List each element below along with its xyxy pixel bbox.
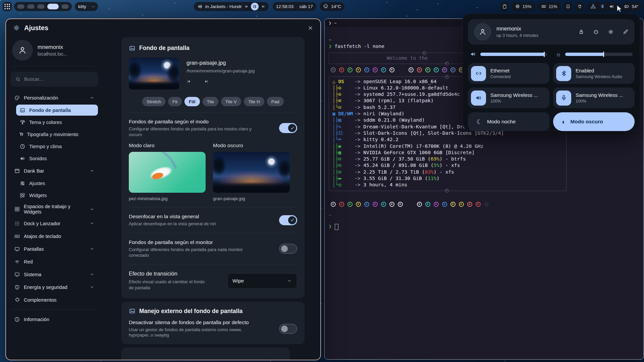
weather-widget[interactable]: 14°C [320, 2, 344, 11]
previous-track-icon[interactable] [244, 4, 249, 9]
sidebar-item-pantallas[interactable]: Pantallas [11, 243, 98, 255]
power-profile-button[interactable] [575, 2, 584, 11]
sidebar-item-atajos-de-teclado[interactable]: Atajos de teclado [11, 230, 98, 242]
volume-slider[interactable] [470, 51, 547, 57]
cc-tile-samsung-wireless[interactable]: Samsung Wireless ... 100% [553, 87, 635, 108]
sidebar-item-tema-y-colores[interactable]: Tema y colores [16, 117, 98, 128]
sidebar-item-label: Complementos [24, 297, 57, 303]
network-icon[interactable] [590, 4, 596, 9]
sidebar-item-informacion[interactable]: Información [11, 313, 98, 325]
plug-icon [577, 4, 583, 9]
close-icon [307, 25, 314, 31]
sidebar-item-ajustes[interactable]: Ajustes [16, 178, 98, 189]
sidebar-item-fondo-de-pantalla[interactable]: Fondo de pantalla [16, 105, 98, 116]
pencil-icon[interactable] [623, 29, 629, 35]
divider [11, 309, 97, 310]
chevron-down-icon [287, 278, 292, 284]
image-icon [19, 107, 25, 113]
gear-icon[interactable] [608, 29, 614, 35]
clock-widget[interactable]: 12:58:03 · sáb 17 [273, 2, 316, 11]
fit-option-tile-h[interactable]: Tile H [244, 97, 264, 106]
per-mode-toggle[interactable] [279, 123, 297, 133]
terminal-color-dot [389, 67, 394, 72]
lock-icon[interactable] [578, 29, 584, 35]
sidebar-item-sistema[interactable]: Sistema [11, 268, 98, 280]
sidebar-item-personalizacion[interactable]: Personalización [11, 92, 98, 104]
terminal-color-dot [442, 67, 447, 72]
next-track-icon[interactable] [261, 4, 265, 9]
current-wallpaper-thumbnail[interactable] [129, 58, 179, 89]
fit-option-tile[interactable]: Tile [203, 97, 218, 106]
fit-option-tile-v[interactable]: Tile V [221, 97, 241, 106]
sidebar-item-red[interactable]: Red [11, 256, 98, 267]
clipboard-button[interactable] [500, 2, 509, 11]
cpu-usage: 15% [523, 4, 532, 9]
transition-select[interactable]: Wipe [227, 273, 297, 289]
sidebar-item-sonidos[interactable]: Sonidos [16, 153, 98, 164]
dark-wallpaper-thumbnail[interactable] [213, 152, 290, 193]
next-wallpaper-icon[interactable] [204, 79, 209, 84]
focused-window-pill[interactable]: kitty · ~ [75, 2, 98, 11]
sidebar-item-complementos[interactable]: Complementos [11, 294, 98, 306]
terminal-prompt[interactable]: ❯ [329, 223, 639, 230]
sidebar-item-dank-bar[interactable]: Dank Bar [11, 165, 98, 177]
fit-option-pad[interactable]: Pad [267, 97, 284, 106]
cc-tile-enabled[interactable]: Enabled Samsung Wireless Audio [553, 63, 635, 84]
workspace-pill-5[interactable] [61, 4, 69, 9]
sidebar-item-tiempo-y-clima[interactable]: Tiempo y clima [16, 141, 98, 152]
sidebar-item-label: Personalización [24, 95, 58, 101]
cc-tile-samsung-wireless[interactable]: Samsung Wireless ... 100% [468, 87, 549, 108]
cc-tile-ethernet[interactable]: Ethernet Connected [468, 63, 549, 84]
terminal-color-dot [425, 67, 430, 72]
sidebar-item-tipografia-y-movimiento[interactable]: TrTipografia y movimiento [16, 129, 98, 140]
pause-button[interactable] [251, 3, 259, 10]
app-launcher-button[interactable] [3, 2, 12, 11]
card-title: Manejo externo del fondo de pantalla [139, 308, 243, 315]
fit-option-stretch[interactable]: Stretch [142, 97, 165, 106]
cpu-widget[interactable]: 15% [512, 2, 535, 11]
cc-mode-modo-oscuro[interactable]: ◐ Modo oscuro [553, 112, 635, 131]
workspace-pill-4[interactable] [47, 4, 59, 9]
divider [129, 112, 297, 113]
close-button[interactable] [307, 25, 314, 31]
cc-user-card: mnemonix up 3 hours, 4 minutes [468, 19, 635, 45]
disable-default-toggle[interactable] [279, 324, 297, 334]
sidebar-item-dock-y-lanzador[interactable]: Dock y Lanzador [11, 218, 98, 229]
power-icon[interactable] [593, 29, 599, 35]
mode-label: Modo oscuro [570, 119, 603, 125]
workspace-pill-1[interactable] [17, 4, 24, 9]
sidebar-nav: PersonalizaciónFondo de pantallaTema y c… [11, 92, 98, 360]
bluetooth-icon[interactable] [600, 4, 605, 9]
light-wallpaper-thumbnail[interactable] [129, 152, 206, 193]
terminal-color-dot [364, 202, 369, 207]
brightness-slider[interactable]: ☼ [556, 51, 633, 57]
system-tray[interactable] [587, 2, 618, 11]
terminal-color-dot [373, 67, 378, 72]
memory-widget[interactable]: 11% [538, 2, 561, 11]
workspace-switcher[interactable] [14, 2, 72, 11]
window-icon [14, 168, 20, 174]
search-input[interactable]: Buscar... [11, 72, 98, 86]
monitor-icon [14, 246, 20, 252]
widgets-icon [19, 192, 25, 198]
mode-label: Modo noche [487, 119, 516, 125]
speaker-icon [470, 51, 476, 57]
per-monitor-toggle[interactable] [279, 244, 297, 254]
fit-option-fit[interactable]: Fit [168, 97, 182, 106]
previous-wallpaper-icon[interactable] [186, 79, 191, 84]
sidebar-item-energia-y-seguridad[interactable]: Energía y seguridad [11, 281, 98, 293]
blur-toggle[interactable] [279, 215, 297, 225]
sidebar-item-espacios-de-trabajo-y-widgets[interactable]: Espacios de trabajo y Widgets [11, 202, 98, 217]
fit-option-fill[interactable]: Fill [184, 97, 200, 106]
roller-icon [19, 119, 25, 125]
media-player-widget[interactable]: in Jackets - Hundr [194, 2, 269, 11]
terminal-color-dot [347, 67, 353, 72]
workspace-pill-3[interactable] [37, 4, 45, 9]
cc-mode-modo-noche[interactable]: ☾ Modo noche [468, 112, 549, 131]
sidebar-item-widgets[interactable]: Widgets [16, 190, 98, 201]
gpu-temp-widget[interactable]: 54° [621, 2, 642, 11]
wifi-icon [14, 259, 20, 265]
workspace-pill-2[interactable] [27, 4, 35, 9]
volume-icon[interactable] [609, 4, 614, 9]
notifications-button[interactable] [564, 2, 573, 11]
